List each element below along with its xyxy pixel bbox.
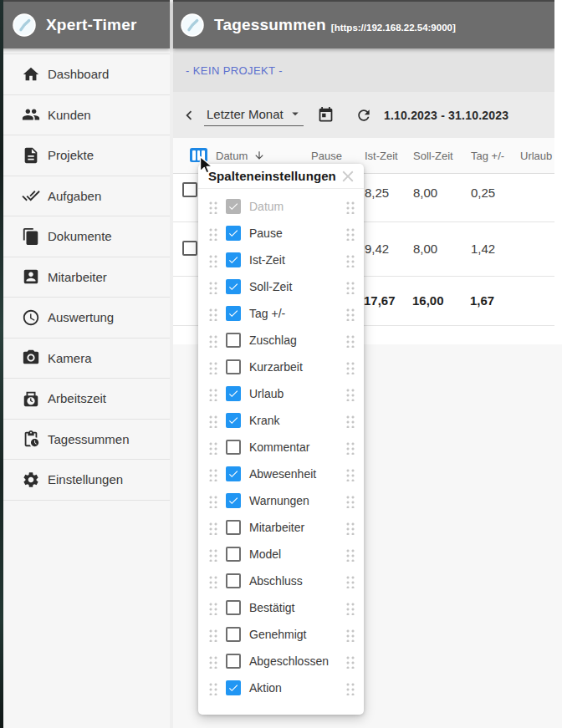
sidebar-item-auswertung[interactable]: Auswertung: [0, 298, 170, 339]
drag-handle-icon[interactable]: [207, 521, 217, 535]
drag-handle-icon[interactable]: [207, 227, 217, 241]
sidebar-item-label: Einstellungen: [48, 472, 123, 486]
refresh-button[interactable]: [355, 107, 372, 124]
drag-handle-icon[interactable]: [345, 494, 355, 508]
sidebar-item-label: Dashboard: [48, 67, 109, 81]
column-checkbox[interactable]: [226, 413, 241, 428]
column-header-tag[interactable]: Tag +/-: [471, 150, 504, 162]
drag-handle-icon[interactable]: [207, 628, 217, 642]
column-toggle-row: Tag +/-: [198, 300, 364, 327]
drag-handle-icon[interactable]: [207, 654, 217, 669]
clipboard-clock-icon: [22, 430, 40, 448]
column-settings-button[interactable]: [190, 148, 207, 162]
drag-handle-icon[interactable]: [345, 360, 355, 374]
column-header-datum[interactable]: Datum: [216, 150, 265, 162]
back-button[interactable]: [180, 106, 198, 125]
drag-handle-icon[interactable]: [207, 601, 217, 615]
column-checkbox[interactable]: [226, 520, 241, 535]
column-checkbox[interactable]: [226, 386, 241, 401]
column-checkbox[interactable]: [226, 627, 241, 642]
sidebar-item-aufgaben[interactable]: Aufgaben: [0, 176, 170, 217]
drag-handle-icon[interactable]: [207, 494, 217, 508]
drag-handle-icon[interactable]: [345, 601, 355, 615]
column-checkbox[interactable]: [226, 306, 241, 321]
sidebar-item-einstellungen[interactable]: Einstellungen: [0, 460, 170, 501]
drag-handle-icon[interactable]: [207, 414, 217, 428]
cell-ist-zeit: 8,25: [365, 186, 389, 200]
sidebar-item-kunden[interactable]: Kunden: [0, 95, 170, 136]
drag-handle-icon[interactable]: [207, 333, 217, 348]
column-checkbox[interactable]: [226, 279, 241, 294]
column-toggle-label: Kommentar: [249, 440, 309, 454]
column-header-soll-zeit[interactable]: Soll-Zeit: [413, 150, 453, 162]
column-checkbox[interactable]: [226, 359, 241, 374]
sidebar-item-kamera[interactable]: Kamera: [0, 339, 170, 379]
drag-handle-icon[interactable]: [345, 440, 355, 455]
drag-handle-icon[interactable]: [345, 200, 355, 214]
column-checkbox[interactable]: [226, 573, 241, 588]
row-checkbox[interactable]: [182, 241, 197, 256]
row-checkbox[interactable]: [182, 182, 197, 197]
column-checkbox[interactable]: [226, 466, 241, 481]
sidebar-item-dokumente[interactable]: Dokumente: [0, 216, 170, 257]
page-header: Tagessummen [https://192.168.22.54:9000]: [173, 0, 554, 48]
drag-handle-icon[interactable]: [207, 574, 217, 588]
column-header-urlaub[interactable]: Urlaub: [520, 150, 552, 162]
drag-handle-icon[interactable]: [207, 547, 217, 562]
drag-handle-icon[interactable]: [345, 628, 355, 642]
sidebar: Dashboard Kunden Projekte Aufgaben Dokum…: [0, 48, 170, 728]
drag-handle-icon[interactable]: [345, 333, 355, 348]
drag-handle-icon[interactable]: [345, 387, 355, 401]
column-toggle-row: Mitarbeiter: [198, 514, 364, 541]
drag-handle-icon[interactable]: [345, 574, 355, 588]
column-checkbox[interactable]: [226, 252, 241, 267]
column-checkbox[interactable]: [226, 547, 241, 562]
drag-handle-icon[interactable]: [207, 200, 217, 214]
column-checkbox[interactable]: [226, 600, 241, 615]
drag-handle-icon[interactable]: [207, 467, 217, 481]
column-toggle-row: Krank: [198, 407, 364, 434]
drag-handle-icon[interactable]: [345, 227, 355, 241]
drag-handle-icon[interactable]: [345, 467, 355, 481]
sidebar-item-projekte[interactable]: Projekte: [0, 135, 170, 176]
sidebar-item-mitarbeiter[interactable]: Mitarbeiter: [0, 257, 170, 298]
drag-handle-icon[interactable]: [345, 414, 355, 428]
sidebar-item-arbeitszeit[interactable]: Arbeitszeit: [0, 379, 170, 420]
drag-handle-icon[interactable]: [207, 440, 217, 455]
column-header-pause[interactable]: Pause: [311, 150, 342, 162]
app-logo-clock-icon: [12, 13, 37, 38]
column-header-ist-zeit[interactable]: Ist-Zeit: [365, 150, 398, 162]
scrollbar-track: [554, 0, 562, 344]
sidebar-item-label: Kamera: [48, 351, 92, 365]
column-checkbox[interactable]: [226, 440, 241, 455]
period-select[interactable]: Letzter Monat: [204, 104, 304, 126]
column-checkbox[interactable]: [226, 226, 241, 241]
drag-handle-icon[interactable]: [345, 681, 355, 695]
total-soll-zeit: 16,00: [412, 293, 444, 308]
project-filter-link[interactable]: - KEIN PROJEKT -: [186, 64, 283, 77]
calendar-button[interactable]: [317, 106, 335, 124]
drag-handle-icon[interactable]: [207, 307, 217, 321]
drag-handle-icon[interactable]: [345, 521, 355, 535]
drag-handle-icon[interactable]: [345, 654, 355, 669]
drag-handle-icon[interactable]: [207, 360, 217, 374]
drag-handle-icon[interactable]: [345, 253, 355, 267]
sidebar-item-dashboard[interactable]: Dashboard: [0, 54, 170, 95]
column-toggle-label: Warnungen: [249, 494, 309, 507]
drag-handle-icon[interactable]: [207, 681, 217, 695]
column-checkbox[interactable]: [226, 680, 241, 695]
cell-soll-zeit: 8,00: [413, 242, 437, 256]
column-checkbox[interactable]: [226, 493, 241, 508]
drag-handle-icon[interactable]: [345, 280, 355, 294]
close-icon[interactable]: [339, 167, 357, 186]
column-checkbox[interactable]: [226, 654, 241, 669]
punch-clock-icon: [22, 389, 40, 408]
drag-handle-icon[interactable]: [207, 280, 217, 294]
column-checkbox[interactable]: [226, 333, 241, 348]
drag-handle-icon[interactable]: [345, 547, 355, 562]
sidebar-item-tagessummen[interactable]: Tagessummen: [0, 420, 170, 461]
drag-handle-icon[interactable]: [207, 387, 217, 401]
cell-tag: 1,42: [471, 242, 495, 256]
drag-handle-icon[interactable]: [345, 307, 355, 321]
drag-handle-icon[interactable]: [207, 253, 217, 267]
